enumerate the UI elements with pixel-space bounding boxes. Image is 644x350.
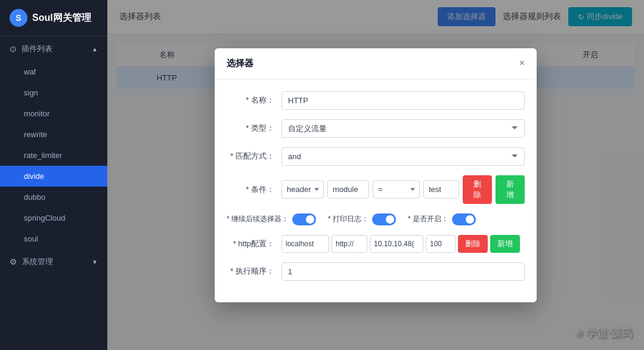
print-label: * 打印日志： [328,214,369,224]
app-title: Soul网关管理 [32,12,91,24]
form-row-type: * 类型： 自定义流量 全流量 [227,119,525,138]
http-config-row: 删除 新增 [281,235,525,253]
condition-op-select[interactable]: = != contains match [373,180,420,199]
modal-body: * 名称： * 类型： 自定义流量 全流量 * 匹配方式： and [215,79,537,302]
logo-icon: S [10,9,27,27]
http-add-button[interactable]: 新增 [490,235,520,253]
sidebar-item-soul[interactable]: soul [0,228,107,249]
sidebar-item-sign[interactable]: sign [0,82,107,103]
print-toggle[interactable] [372,213,396,225]
toggle-item-print: * 打印日志： [328,213,396,225]
form-row-name: * 名称： [227,91,525,110]
plugin-section-header[interactable]: ⊙ 插件列表 ▲ [0,36,107,61]
condition-field-input[interactable] [327,180,369,199]
modal-header: 选择器 × [215,48,537,79]
type-select[interactable]: 自定义流量 全流量 [281,119,525,138]
sidebar-item-rate-limiter[interactable]: rate_limiter [0,145,107,166]
toggle-item-enabled: * 是否开启： [408,213,476,225]
sidebar-item-rewrite[interactable]: rewrite [0,124,107,145]
http-ip-input[interactable] [370,235,423,253]
system-section: ⚙ 系统管理 ▼ [0,249,107,274]
plugin-chevron-icon: ▲ [92,46,98,52]
condition-delete-button[interactable]: 删除 [463,175,492,204]
system-section-header[interactable]: ⚙ 系统管理 ▼ [0,249,107,274]
name-input[interactable] [281,91,525,110]
condition-add-button[interactable]: 新增 [496,175,525,204]
condition-row: header uri query ip = != contains match [281,175,525,204]
toggle-group: * 继续后续选择器： * 打印日志： * 是否开启： [227,213,525,225]
condition-label: * 条件： [227,184,274,195]
form-row-http: * http配置： 删除 新增 [227,235,525,253]
modal-close-button[interactable]: × [519,58,525,68]
sidebar-item-waf[interactable]: waf [0,61,107,82]
modal: 选择器 × * 名称： * 类型： 自定义流量 全流量 [215,48,537,302]
match-select[interactable]: and or [281,147,525,166]
http-delete-button[interactable]: 删除 [458,235,488,253]
form-row-order: * 执行顺序： [227,262,525,281]
enabled-toggle[interactable] [452,213,476,225]
http-weight-input[interactable] [426,235,456,253]
order-input[interactable] [281,262,525,281]
form-row-condition: * 条件： header uri query ip = != contains [227,175,525,204]
toggle-item-continue: * 继续后续选择器： [227,213,316,225]
modal-overlay[interactable]: 选择器 × * 名称： * 类型： 自定义流量 全流量 [107,0,644,350]
main-content: 选择器列表 添加选择器 选择器规则列表 ↻ 同步divide 名称 开启 操作 … [107,0,644,350]
condition-type-select[interactable]: header uri query ip [281,180,324,199]
http-label: * http配置： [227,239,274,249]
plugin-section: ⊙ 插件列表 ▲ waf sign monitor rewrite rate_l… [0,36,107,249]
sidebar-item-monitor[interactable]: monitor [0,103,107,124]
type-label: * 类型： [227,123,274,134]
http-host-input[interactable] [281,235,329,253]
enabled-label: * 是否开启： [408,214,448,224]
match-label: * 匹配方式： [227,151,274,162]
system-chevron-icon: ▼ [92,259,98,265]
system-section-label: 系统管理 [22,256,92,267]
http-protocol-input[interactable] [332,235,367,253]
name-label: * 名称： [227,95,274,106]
sidebar-item-dubbo[interactable]: dubbo [0,187,107,207]
sidebar-item-springcloud[interactable]: springCloud [0,207,107,228]
form-row-match: * 匹配方式： and or [227,147,525,166]
order-label: * 执行顺序： [227,266,274,277]
modal-title: 选择器 [227,58,253,69]
sidebar-logo: S Soul网关管理 [0,0,107,36]
sidebar: S Soul网关管理 ⊙ 插件列表 ▲ waf sign monitor rew… [0,0,107,350]
system-icon: ⚙ [10,257,17,267]
plugin-section-label: 插件列表 [21,44,92,54]
form-row-toggles: * 继续后续选择器： * 打印日志： * 是否开启： [227,213,525,225]
continue-label: * 继续后续选择器： [227,214,289,224]
plugin-icon: ⊙ [10,44,17,54]
continue-toggle[interactable] [292,213,316,225]
condition-value-input[interactable] [423,180,459,199]
sidebar-item-divide[interactable]: divide [0,166,107,187]
